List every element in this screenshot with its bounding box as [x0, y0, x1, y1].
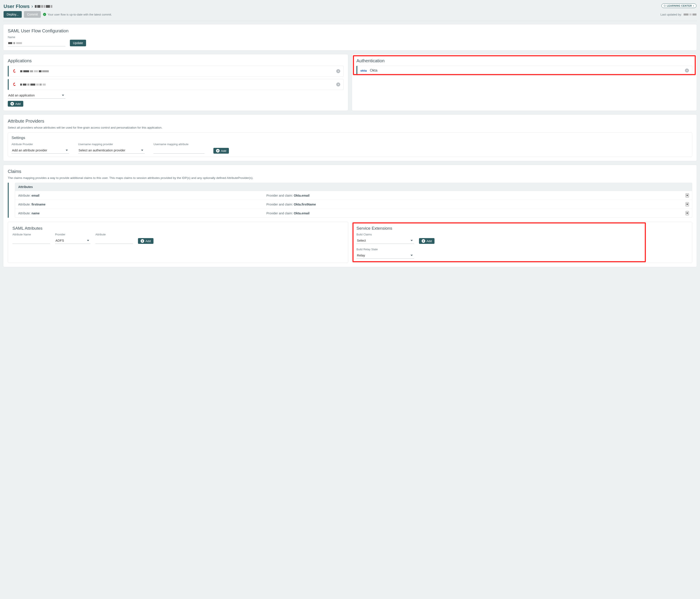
- saml-attributes-panel: SAML Attributes Attribute Name Provider …: [8, 222, 348, 263]
- saml-attributes-title: SAML Attributes: [12, 226, 344, 231]
- last-updated-label: Last updated by:: [660, 13, 682, 16]
- remove-claim-button[interactable]: ✕: [685, 193, 689, 198]
- claims-panel: Claims The claims mapping provides a way…: [3, 165, 697, 267]
- lightbulb-icon: [664, 5, 666, 7]
- applications-title: Applications: [8, 58, 344, 63]
- commit-status-text: Your user flow is up-to-date with the la…: [47, 13, 112, 16]
- authentication-item[interactable]: okta Okta ✕: [356, 66, 692, 75]
- claims-provider-value: Okta.email: [294, 194, 310, 197]
- claims-provider-label: Provider and claim:: [266, 194, 294, 197]
- application-name-redacted: [20, 83, 46, 86]
- add-application-label: Add: [15, 102, 21, 106]
- page-header: User Flows › LEARNING CENTER ›: [3, 2, 697, 11]
- claims-row: Attribute: firstnameProvider and claim: …: [15, 200, 692, 209]
- claims-provider-value: Okta.firstName: [294, 203, 316, 206]
- remove-authentication-button[interactable]: ✕: [685, 69, 689, 73]
- plus-circle-icon: +: [422, 239, 425, 243]
- add-service-ext-label: Add: [427, 239, 432, 243]
- subheader: Deploy... Commit ✓ Your user flow is up-…: [3, 11, 697, 21]
- authentication-item-label: Okta: [370, 69, 377, 73]
- breadcrumb: User Flows ›: [4, 4, 52, 9]
- saml-name-input[interactable]: [8, 40, 66, 46]
- attribute-providers-settings: Settings Attribute Provider Add an attri…: [8, 132, 692, 157]
- add-service-ext-button[interactable]: + Add: [419, 238, 434, 244]
- uname-attr-label: Username mapping attribute: [153, 143, 204, 146]
- saml-provider-label: Provider: [55, 233, 91, 236]
- saml-config-panel: SAML User Flow Configuration Name Update: [3, 24, 697, 51]
- breadcrumb-root[interactable]: User Flows: [4, 4, 29, 9]
- commit-label: Commit: [27, 12, 38, 16]
- claims-attr-value: email: [31, 194, 40, 197]
- uname-provider-select[interactable]: Select an authentication provider: [78, 147, 145, 154]
- application-name-redacted: [20, 70, 49, 73]
- commit-status: ✓ Your user flow is up-to-date with the …: [43, 13, 112, 16]
- uname-attr-input[interactable]: [153, 147, 204, 154]
- claims-attr-label: Attribute:: [18, 194, 31, 197]
- applications-panel: Applications ✕: [3, 54, 348, 111]
- service-extensions-title: Service Extensions: [356, 226, 688, 231]
- uname-provider-label: Username mapping provider: [78, 143, 145, 146]
- service-extensions-panel: Service Extensions Build Claims Select +…: [352, 222, 692, 263]
- claims-attr-value: firstname: [31, 203, 46, 206]
- settings-title: Settings: [11, 136, 689, 140]
- remove-claim-button[interactable]: ✕: [685, 202, 689, 206]
- claims-row: Attribute: nameProvider and claim: Okta.…: [15, 209, 692, 217]
- build-relay-select[interactable]: Relay: [356, 252, 414, 259]
- attribute-providers-title: Attribute Providers: [8, 119, 692, 124]
- application-item[interactable]: ✕: [8, 79, 344, 90]
- saml-config-title: SAML User Flow Configuration: [8, 28, 692, 33]
- claims-title: Claims: [8, 169, 692, 174]
- application-item[interactable]: ✕: [8, 66, 344, 77]
- app-logo-icon: [12, 82, 17, 87]
- add-attr-provider-label: Add: [221, 149, 226, 153]
- build-relay-label: Build Relay State: [356, 248, 414, 251]
- saml-attribute-label: Attribute: [95, 233, 133, 236]
- claims-attr-value: name: [31, 211, 40, 215]
- claims-table: Attributes Attribute: emailProvider and …: [15, 183, 692, 218]
- claims-provider-label: Provider and claim:: [266, 203, 294, 206]
- last-updated-redacted: [683, 14, 696, 16]
- attr-provider-label: Attribute Provider: [11, 143, 69, 146]
- claims-row: Attribute: emailProvider and claim: Okta…: [15, 191, 692, 200]
- saml-attribute-input[interactable]: [95, 237, 133, 244]
- last-updated-by: Last updated by:: [660, 13, 696, 16]
- add-application-button[interactable]: + Add: [8, 101, 23, 107]
- add-application-select[interactable]: Add an application: [8, 92, 66, 99]
- attribute-providers-desc: Select all providers whose attributes wi…: [8, 126, 692, 129]
- plus-circle-icon: +: [10, 102, 14, 106]
- deploy-label: Deploy...: [7, 12, 19, 16]
- claims-desc: The claims mapping provides a way to pro…: [8, 176, 692, 180]
- remove-claim-button[interactable]: ✕: [685, 211, 689, 215]
- learning-center-label: LEARNING CENTER: [667, 4, 692, 7]
- update-label: Update: [73, 41, 83, 45]
- authentication-title: Authentication: [356, 58, 692, 63]
- check-circle-icon: ✓: [43, 13, 46, 16]
- okta-logo-icon: okta: [360, 69, 367, 72]
- remove-application-button[interactable]: ✕: [336, 69, 340, 73]
- build-claims-select[interactable]: Select: [356, 237, 414, 244]
- attribute-providers-panel: Attribute Providers Select all providers…: [3, 114, 697, 161]
- remove-application-button[interactable]: ✕: [336, 82, 340, 86]
- authentication-panel: Authentication okta Okta ✕: [352, 54, 697, 111]
- claims-attr-label: Attribute:: [18, 211, 31, 215]
- claims-provider-label: Provider and claim:: [266, 211, 294, 215]
- breadcrumb-separator: ›: [31, 4, 33, 9]
- add-saml-attr-button[interactable]: + Add: [138, 238, 153, 244]
- saml-attr-name-label: Attribute Name: [12, 233, 50, 236]
- learning-center-button[interactable]: LEARNING CENTER ›: [661, 4, 696, 8]
- claims-provider-value: Okta.email: [294, 211, 310, 215]
- attr-provider-select[interactable]: Add an attribute provider: [11, 147, 69, 154]
- add-attr-provider-button[interactable]: + Add: [214, 148, 229, 154]
- saml-attr-name-input[interactable]: [12, 237, 50, 244]
- chevron-right-icon: ›: [693, 4, 694, 7]
- plus-circle-icon: +: [216, 149, 220, 153]
- saml-name-label: Name: [8, 36, 66, 39]
- claims-attr-label: Attribute:: [18, 203, 31, 206]
- add-saml-attr-label: Add: [146, 239, 151, 243]
- update-button[interactable]: Update: [70, 40, 86, 46]
- saml-provider-select[interactable]: ADFS: [55, 237, 91, 244]
- breadcrumb-current-redacted: [35, 5, 52, 8]
- deploy-button[interactable]: Deploy...: [4, 11, 22, 18]
- commit-button: Commit: [24, 11, 41, 18]
- app-logo-icon: [12, 69, 17, 74]
